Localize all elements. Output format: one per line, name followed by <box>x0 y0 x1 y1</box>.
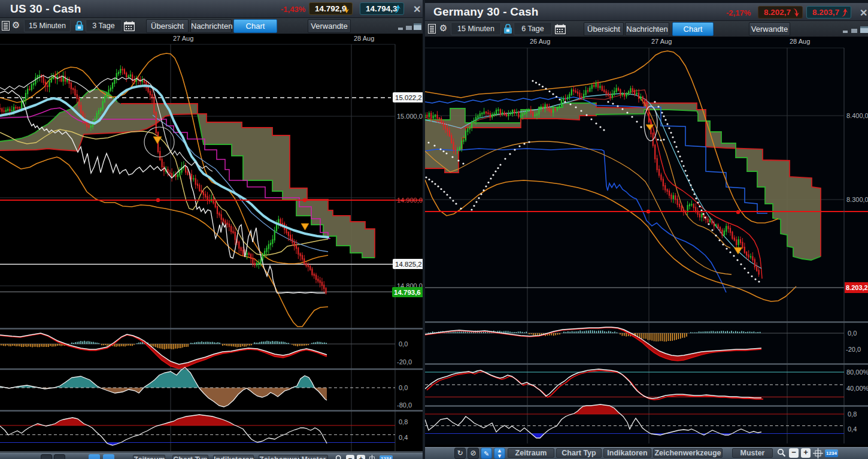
svg-text:28 Aug: 28 Aug <box>790 38 810 45</box>
svg-text:0,8: 0,8 <box>848 410 857 418</box>
svg-text:40,00%: 40,00% <box>846 385 868 392</box>
svg-text:15.000,0: 15.000,0 <box>397 113 423 120</box>
svg-text:26 Aug: 26 Aug <box>530 38 550 45</box>
svg-text:-80,0: -80,0 <box>397 401 412 409</box>
svg-text:-20,0: -20,0 <box>397 358 412 366</box>
svg-text:8.400,0: 8.400,0 <box>846 112 868 119</box>
svg-text:14.900,0: 14.900,0 <box>397 197 423 204</box>
svg-text:0,0: 0,0 <box>399 340 408 348</box>
svg-text:0,8: 0,8 <box>399 418 408 425</box>
svg-text:28 Aug: 28 Aug <box>354 35 374 42</box>
svg-text:80,00%: 80,00% <box>846 369 868 376</box>
svg-text:8.203,2: 8.203,2 <box>846 284 868 291</box>
svg-text:0,0: 0,0 <box>399 384 408 391</box>
svg-text:0,4: 0,4 <box>848 425 857 433</box>
svg-text:8.300,0: 8.300,0 <box>846 196 868 203</box>
svg-text:27 Aug: 27 Aug <box>173 35 193 42</box>
svg-text:15.022,2: 15.022,2 <box>395 94 422 101</box>
svg-text:14.793,6: 14.793,6 <box>394 289 421 296</box>
svg-text:14.825,2: 14.825,2 <box>395 261 422 268</box>
svg-text:0,4: 0,4 <box>399 434 408 441</box>
svg-text:0,0: 0,0 <box>848 330 857 337</box>
svg-text:27 Aug: 27 Aug <box>651 38 672 45</box>
svg-text:-20,0: -20,0 <box>846 346 861 353</box>
